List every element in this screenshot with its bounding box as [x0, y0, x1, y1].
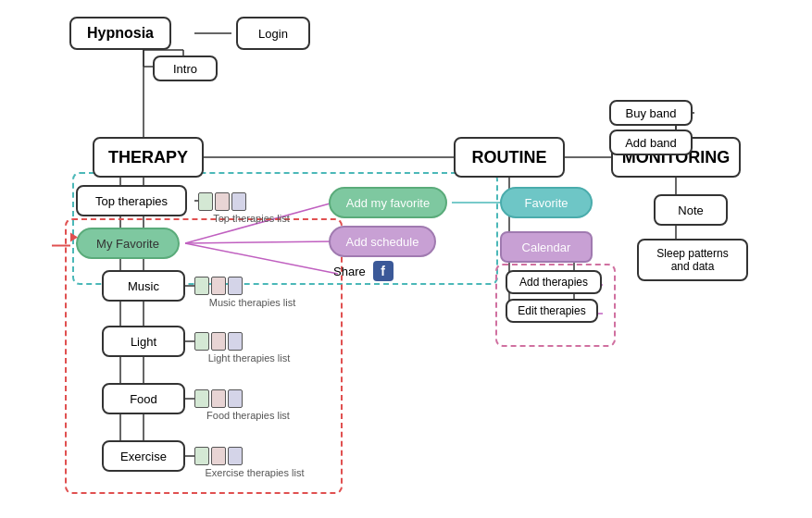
- add-schedule-label: Add schedule: [346, 235, 419, 249]
- food-book-1: [194, 389, 209, 408]
- calendar-node: Calendar: [500, 231, 593, 263]
- exercise-book-3: [228, 447, 243, 465]
- calendar-label: Calendar: [522, 240, 571, 254]
- add-therapies-label: Add therapies: [519, 276, 588, 289]
- intro-label: Intro: [173, 62, 197, 76]
- edit-therapies-node: Edit therapies: [506, 299, 598, 323]
- light-list-label: Light therapies list: [194, 349, 304, 367]
- top-therapies-books: [198, 192, 246, 211]
- light-node: Light: [102, 326, 185, 357]
- favorite-node: Favorite: [500, 187, 593, 218]
- book-icon-2: [215, 192, 230, 211]
- my-favorite-label: My Favorite: [96, 237, 159, 251]
- favorite-label: Favorite: [525, 196, 568, 210]
- add-band-label: Add band: [625, 136, 677, 150]
- facebook-icon[interactable]: f: [373, 261, 394, 281]
- hypnosia-label: Hypnosia: [87, 25, 154, 42]
- light-books: [194, 332, 243, 351]
- sleep-patterns-label: Sleep patterns and data: [656, 247, 728, 273]
- food-list-label: Food therapies list: [194, 406, 302, 425]
- add-favorite-label: Add my favorite: [346, 196, 430, 210]
- exercise-node: Exercise: [102, 440, 185, 472]
- sleep-patterns-node: Sleep patterns and data: [637, 239, 748, 281]
- intro-node: Intro: [153, 56, 218, 81]
- login-node: Login: [236, 17, 310, 50]
- hypnosia-node: Hypnosia: [69, 17, 171, 50]
- therapy-label: THERAPY: [108, 148, 188, 167]
- light-book-3: [228, 332, 243, 351]
- exercise-book-2: [211, 447, 226, 465]
- add-favorite-node[interactable]: Add my favorite: [329, 187, 447, 218]
- routine-node: ROUTINE: [454, 137, 565, 178]
- edit-therapies-label: Edit therapies: [518, 304, 585, 317]
- red-arrow: [52, 237, 70, 251]
- exercise-list-label: Exercise therapies list: [194, 463, 315, 482]
- share-section: Share f: [333, 261, 394, 281]
- food-label: Food: [130, 392, 157, 406]
- add-schedule-node[interactable]: Add schedule: [329, 226, 436, 257]
- exercise-books: [194, 447, 243, 465]
- exercise-book-1: [194, 447, 209, 465]
- music-book-3: [228, 277, 243, 295]
- top-therapies-list-label: Top therapies list: [198, 209, 305, 228]
- buy-band-node: Buy band: [609, 100, 693, 126]
- music-list-label: Music therapies list: [194, 293, 310, 312]
- light-book-1: [194, 332, 209, 351]
- add-therapies-node: Add therapies: [506, 270, 602, 294]
- therapy-node: THERAPY: [93, 137, 204, 178]
- add-band-node: Add band: [609, 130, 693, 155]
- food-books: [194, 389, 243, 408]
- light-label: Light: [131, 335, 156, 349]
- exercise-label: Exercise: [120, 450, 167, 463]
- note-node: Note: [654, 194, 728, 226]
- music-book-1: [194, 277, 209, 295]
- book-icon-1: [198, 192, 213, 211]
- my-favorite-node: My Favorite: [76, 228, 180, 259]
- mindmap-diagram: Hypnosia Login Intro THERAPY Top therapi…: [0, 0, 812, 518]
- share-label: Share: [333, 265, 366, 278]
- food-book-3: [228, 389, 243, 408]
- light-book-2: [211, 332, 226, 351]
- music-books: [194, 277, 243, 295]
- music-book-2: [211, 277, 226, 295]
- book-icon-3: [231, 192, 246, 211]
- login-label: Login: [258, 27, 288, 41]
- food-node: Food: [102, 383, 185, 414]
- note-label: Note: [678, 204, 703, 217]
- top-therapies-node: Top therapies: [76, 185, 187, 216]
- food-book-2: [211, 389, 226, 408]
- routine-label: ROUTINE: [472, 148, 547, 167]
- buy-band-label: Buy band: [626, 106, 677, 120]
- music-label: Music: [128, 279, 159, 293]
- top-therapies-label: Top therapies: [95, 194, 168, 208]
- music-node: Music: [102, 270, 185, 302]
